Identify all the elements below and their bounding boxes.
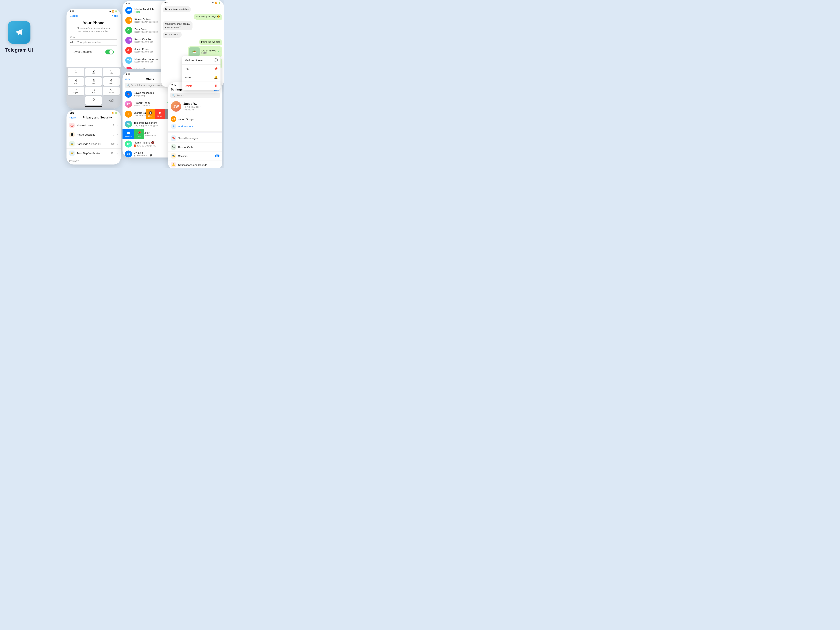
- mute-icon: 🔇: [148, 111, 152, 115]
- ctx-mute-icon: 🔔: [214, 76, 218, 79]
- profile-section[interactable]: JW Jacob W. +1 202 555 0147 @jacob_d: [168, 100, 222, 114]
- notifications-label: Notifications and Sounds: [178, 163, 219, 166]
- contact-name-martin: Martin Randolph: [134, 8, 154, 11]
- ctx-pin-label: Pin: [185, 67, 189, 70]
- ctx-mark-unread-icon: 💬: [214, 58, 218, 62]
- privacy-section-header: PRIVACY: [66, 158, 121, 163]
- num-key-2[interactable]: 2ABC: [85, 68, 102, 76]
- ctx-delete[interactable]: Delete 🗑: [182, 82, 221, 90]
- contact-status-max: last seen 5 hour ago: [134, 60, 159, 63]
- avatar-pixsellz: PT: [125, 101, 132, 107]
- action-pin-button[interactable]: 📌 Pin: [134, 129, 144, 139]
- privacy-item-passcode[interactable]: 🔒 Passcode & Face ID Off ›: [66, 139, 121, 148]
- contact-name-jamie: Jamie Franco: [134, 47, 153, 51]
- next-button[interactable]: Next: [112, 14, 118, 17]
- msg-out-2: I think top two are:: [199, 39, 222, 45]
- swipe-delete-button[interactable]: 🗑 Delete: [155, 109, 166, 119]
- phone-number-input[interactable]: [77, 41, 117, 44]
- account-jacob-design[interactable]: JD Jacob Design: [171, 115, 219, 123]
- contact-status-martin: online: [134, 11, 154, 13]
- chat-preview-pixsellz: Hasan Web GIF: [134, 104, 150, 107]
- ctx-mark-unread[interactable]: Mark as Unread 💬: [182, 56, 221, 65]
- status-time: 9:41: [70, 10, 74, 13]
- chevron-icon-2: ›: [117, 133, 118, 136]
- action-unread-button[interactable]: ✉️ Unread: [123, 129, 134, 139]
- num-key-backspace[interactable]: ⌫: [103, 96, 120, 105]
- chat-name-telegram-designers: Telegram Designers: [134, 121, 157, 124]
- privacy-item-sessions[interactable]: 📱 Active Sessions 2 ›: [66, 130, 121, 139]
- contact-name-zack: Zack John: [134, 28, 158, 31]
- notifications-icon: 🔔: [171, 162, 176, 167]
- settings-list: 🔖 Saved Messages 📞 Recent Calls 🎭 Sticke…: [168, 133, 222, 168]
- status-time-chats: 9:41: [126, 73, 130, 76]
- swipe-mute-button[interactable]: 🔇 Mute: [146, 109, 155, 119]
- settings-search-icon: 🔍: [172, 94, 175, 97]
- context-menu: Mark as Unread 💬 Pin 📌 Mute 🔔 Delete 🗑: [182, 56, 221, 90]
- blocked-users-value: 9: [113, 124, 114, 127]
- avatar-saved-messages: 🔖: [125, 91, 132, 98]
- num-key-8[interactable]: 8TUV: [85, 87, 102, 95]
- ctx-pin[interactable]: Pin 📌: [182, 65, 221, 73]
- settings-search-bar[interactable]: 🔍 Search: [170, 93, 220, 98]
- contact-name-kieron: Kieron Dotson: [134, 18, 158, 21]
- phone-screen-title: Your Phone: [70, 21, 117, 25]
- chat-name-saved: Saved Messages: [134, 92, 154, 94]
- privacy-back-button[interactable]: ‹ Back: [69, 116, 76, 119]
- chat-preview-telegram-designers: GIF, Suggested by @alex_21: [134, 124, 162, 127]
- home-indicator: [68, 105, 120, 107]
- num-key-6[interactable]: 6MNO: [103, 77, 120, 86]
- settings-item-saved-messages[interactable]: 🔖 Saved Messages: [168, 134, 222, 143]
- sync-contacts-toggle[interactable]: [105, 49, 114, 54]
- privacy-item-blocked[interactable]: 🚫 Blocked Users 9 ›: [66, 121, 121, 130]
- settings-search-placeholder: Search: [176, 94, 184, 97]
- add-account-button[interactable]: + Add Account: [171, 123, 219, 130]
- active-sessions-icon: 📱: [69, 132, 74, 137]
- settings-screen-title: Settings: [171, 88, 183, 92]
- num-key-0[interactable]: 0: [85, 96, 102, 105]
- num-key-1[interactable]: 1: [68, 68, 84, 76]
- pin-action-icon: 📌: [137, 131, 141, 135]
- accounts-section: JD Jacob Design + Add Account: [168, 114, 222, 132]
- msg-in-1: Do you know what time: [163, 6, 191, 12]
- ctx-delete-label: Delete: [185, 84, 192, 87]
- pin-label: Pin: [138, 135, 141, 137]
- recent-calls-icon: 📞: [171, 144, 176, 150]
- msg-in-2: What is the most popularmeal in Japan?: [163, 21, 193, 30]
- 2step-icon: 🔑: [69, 150, 74, 156]
- settings-item-notifications[interactable]: 🔔 Notifications and Sounds: [168, 161, 222, 168]
- privacy-item-phone[interactable]: Phone Number My Contacts ›: [66, 163, 121, 164]
- saved-messages-label: Saved Messages: [178, 137, 219, 140]
- settings-item-recent-calls[interactable]: 📞 Recent Calls: [168, 143, 222, 152]
- search-icon: 🔍: [127, 84, 129, 87]
- screen-privacy-security: 9:41 ▪▪▪ 📶 🔋 ‹ Back Privacy and Security…: [66, 110, 121, 164]
- chevron-icon: ›: [117, 124, 118, 127]
- recent-calls-label: Recent Calls: [178, 145, 219, 148]
- sync-row: Sync Contacts: [70, 48, 117, 56]
- num-key-7[interactable]: 7PQRS: [68, 87, 84, 95]
- saved-messages-icon: 🔖: [171, 136, 176, 141]
- privacy-item-2step[interactable]: 🔑 Two-Step Verification On ›: [66, 148, 121, 158]
- avatar-max: MJ: [125, 57, 132, 64]
- ctx-delete-icon: 🗑: [215, 84, 218, 88]
- stickers-icon: 🎭: [171, 153, 176, 159]
- blocked-users-icon: 🚫: [69, 123, 74, 128]
- num-key-empty-left: [68, 96, 84, 105]
- chevron-icon-3: ›: [117, 143, 118, 145]
- phone-input-row[interactable]: +1: [70, 39, 117, 46]
- num-key-9[interactable]: 9WXYZ: [103, 87, 120, 95]
- num-key-4[interactable]: 4GHI: [68, 77, 84, 86]
- sync-contacts-label: Sync Contacts: [74, 51, 92, 54]
- img-filename-1: IMG_0483.PNG: [201, 49, 216, 52]
- settings-item-stickers[interactable]: 🎭 Stickers 15: [168, 152, 222, 161]
- edit-chats-button[interactable]: Edit: [125, 78, 130, 81]
- cancel-button[interactable]: Cancel: [69, 14, 78, 17]
- active-sessions-value: 2: [113, 133, 114, 136]
- num-key-5[interactable]: 5JKL: [85, 77, 102, 86]
- avatar-figma: FP: [125, 141, 132, 147]
- privacy-screen-title: Privacy and Security: [77, 116, 118, 119]
- avatar-karen: KC: [125, 37, 132, 44]
- num-key-3[interactable]: 3DEF: [103, 68, 120, 76]
- ctx-mute[interactable]: Mute 🔔: [182, 73, 221, 82]
- img-thumbnail-1: 🥗: [189, 47, 200, 56]
- logo-circle: [8, 21, 30, 44]
